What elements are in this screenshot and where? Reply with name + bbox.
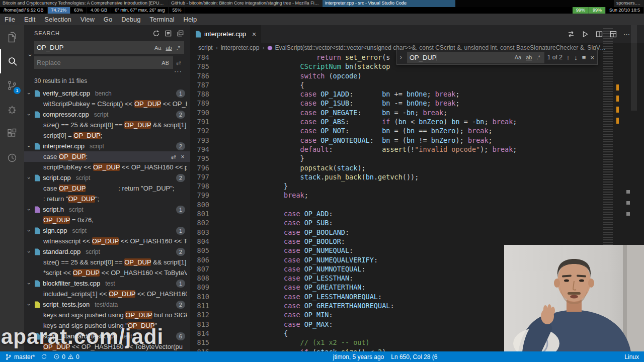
regex-icon[interactable]: .*: [175, 44, 182, 51]
search-match-row[interactable]: witnessscript << OP_DUP << OP_HASH160 <<…: [24, 236, 190, 246]
whole-word-icon[interactable]: ab: [164, 44, 173, 51]
line-number[interactable]: 800: [190, 200, 218, 209]
search-match-row[interactable]: : return "OP_DUP";: [24, 194, 190, 204]
line-number[interactable]: 804: [190, 237, 218, 246]
line-number[interactable]: 809: [190, 283, 218, 292]
breadcrumb-item-folder[interactable]: script: [198, 44, 213, 51]
search-file-row[interactable]: ›script.hscript1: [24, 204, 190, 215]
line-number[interactable]: 791: [190, 117, 218, 126]
search-file-row[interactable]: ›interpreter.cppscript2: [24, 141, 190, 151]
chevron-down-icon[interactable]: ›: [26, 281, 32, 287]
open-in-editor-icon[interactable]: [165, 30, 172, 37]
chevron-down-icon[interactable]: ›: [26, 302, 32, 308]
chevron-down-icon[interactable]: ›: [26, 207, 32, 213]
more-actions-icon[interactable]: ···: [623, 30, 630, 38]
dismiss-match-icon[interactable]: ×: [178, 153, 187, 160]
line-number[interactable]: 795: [190, 154, 218, 163]
menu-view[interactable]: View: [76, 14, 99, 25]
activitybar-debug[interactable]: [0, 98, 24, 122]
search-file-row[interactable]: ›standard.cppscript2: [24, 246, 190, 257]
search-match-row[interactable]: *script << OP_DUP << OP_HASH160 << ToByt…: [24, 267, 190, 278]
match-case-icon[interactable]: Aa: [513, 54, 523, 61]
activitybar-explorer[interactable]: [0, 25, 24, 49]
search-match-row[interactable]: included_scripts[1] << OP_DUP << OP_HASH…: [24, 289, 190, 299]
line-number[interactable]: 815: [190, 338, 218, 347]
os-indicator[interactable]: Linux: [624, 353, 639, 360]
line-number[interactable]: 797: [190, 172, 218, 182]
collapse-all-icon[interactable]: [177, 30, 184, 37]
line-number[interactable]: 803: [190, 228, 218, 237]
chevron-down-icon[interactable]: ›: [26, 228, 32, 234]
line-number[interactable]: 793: [190, 136, 218, 145]
menu-help[interactable]: Help: [179, 14, 202, 25]
git-blame-item[interactable]: jtimon, 5 years ago: [333, 353, 384, 360]
whole-word-icon[interactable]: ab: [524, 54, 533, 61]
regex-icon[interactable]: .*: [535, 54, 541, 61]
replace-match-icon[interactable]: ⇄: [169, 153, 178, 160]
search-match-row[interactable]: OP_DUP = 0x76,: [24, 215, 190, 225]
line-number[interactable]: 814: [190, 329, 218, 338]
menu-edit[interactable]: Edit: [20, 14, 40, 25]
search-file-row[interactable]: ›script_tests.jsontest/data2: [24, 299, 190, 310]
search-match-row[interactable]: case OP_DUP : return "OP_DUP";: [24, 183, 190, 194]
close-find-icon[interactable]: ×: [590, 54, 594, 61]
git-branch-item[interactable]: master*: [5, 353, 35, 360]
line-number[interactable]: 798: [190, 182, 218, 191]
breadcrumb-item-file[interactable]: interpreter.cpp: [221, 44, 260, 51]
search-file-row[interactable]: ›blockfilter_tests.cpptest1: [24, 278, 190, 289]
find-input[interactable]: OP_DUP Aa ab .*: [407, 52, 544, 63]
search-match-row[interactable]: size() == 25 && script[0] == OP_DUP && s…: [24, 120, 190, 130]
line-number[interactable]: 786: [190, 71, 218, 80]
line-number[interactable]: 805: [190, 246, 218, 255]
cursor-position-item[interactable]: Ln 650, Col 28 (6: [391, 353, 437, 360]
run-icon[interactable]: [581, 30, 589, 38]
preserve-case-icon[interactable]: AB: [160, 59, 171, 66]
line-number[interactable]: 802: [190, 218, 218, 227]
match-case-icon[interactable]: Aa: [153, 44, 163, 51]
line-number[interactable]: 790: [190, 108, 218, 117]
line-number[interactable]: 807: [190, 264, 218, 274]
i3-window-title[interactable]: interpreter.cpp - src - Visual Studio Co…: [323, 0, 455, 7]
line-number[interactable]: 796: [190, 163, 218, 172]
line-number[interactable]: 799: [190, 191, 218, 200]
find-in-selection-icon[interactable]: ≡: [582, 54, 586, 61]
i3-window-title[interactable]: sponsers.png: [614, 0, 644, 7]
menu-terminal[interactable]: Terminal: [145, 14, 179, 25]
toggle-find-replace-chevron-icon[interactable]: ›: [398, 54, 404, 61]
line-number[interactable]: 785: [190, 62, 218, 71]
chevron-down-icon[interactable]: ›: [26, 143, 32, 149]
chevron-down-icon[interactable]: ›: [26, 175, 32, 181]
line-number[interactable]: 792: [190, 126, 218, 135]
menu-go[interactable]: Go: [99, 14, 117, 25]
line-number[interactable]: 787: [190, 80, 218, 89]
next-match-icon[interactable]: ↓: [574, 54, 578, 61]
search-match-row[interactable]: keys and sigs pushed using OP_DUP but no…: [24, 310, 190, 320]
line-number[interactable]: 801: [190, 209, 218, 218]
close-tab-icon[interactable]: ×: [252, 30, 256, 38]
search-match-row[interactable]: case OP_DUP:⇄×: [24, 151, 190, 162]
line-number[interactable]: 810: [190, 292, 218, 301]
line-number[interactable]: 811: [190, 301, 218, 310]
activitybar-search[interactable]: [0, 49, 24, 73]
problems-item[interactable]: 0 0: [53, 353, 79, 360]
toggle-replace-chevron-icon[interactable]: ›: [27, 54, 34, 56]
chevron-down-icon[interactable]: ›: [26, 112, 32, 118]
i3-window-title[interactable]: Bitcoin and Cryptocurrency Technologies:…: [0, 0, 169, 7]
menu-file[interactable]: File: [0, 14, 20, 25]
refresh-icon[interactable]: [152, 30, 160, 37]
replace-all-icon[interactable]: ⇄: [173, 59, 184, 66]
i3-window-title[interactable]: GitHub - bitcoin/bitcoin: Bitcoin Core i…: [169, 0, 323, 7]
search-match-row[interactable]: size() == 25 && script[0] == OP_DUP && s…: [24, 257, 190, 267]
search-input[interactable]: OP_DUP Aa ab .*: [34, 41, 184, 54]
line-number[interactable]: 784: [190, 53, 218, 62]
line-number[interactable]: 813: [190, 320, 218, 329]
search-file-row[interactable]: ›script.cppscript2: [24, 172, 190, 183]
activitybar-source-control[interactable]: 1: [0, 73, 24, 98]
activitybar-extensions[interactable]: [0, 122, 24, 146]
tab-interpreter-cpp[interactable]: interpreter.cpp ×: [190, 25, 261, 43]
replace-input[interactable]: Replace AB: [34, 56, 173, 69]
search-file-row[interactable]: ›verify_script.cppbench1: [24, 88, 190, 99]
line-number[interactable]: 788: [190, 89, 218, 99]
line-number[interactable]: 808: [190, 274, 218, 283]
search-file-row[interactable]: ›sign.cppscript1: [24, 225, 190, 236]
